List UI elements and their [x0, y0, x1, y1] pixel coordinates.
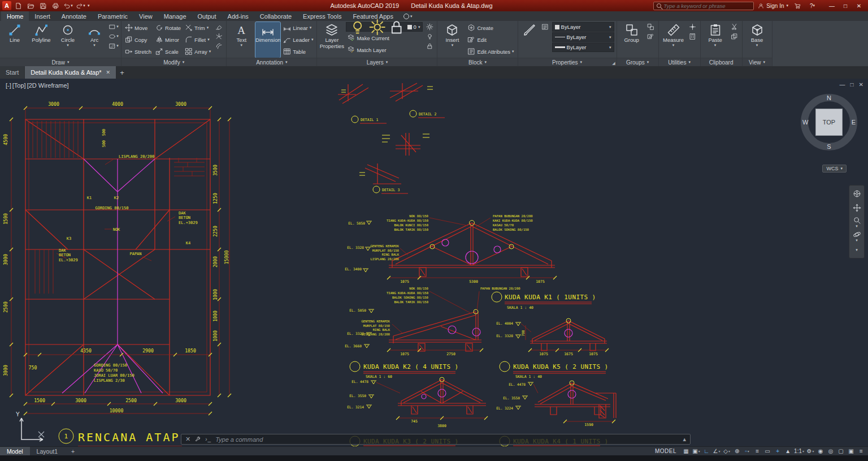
minimize-button[interactable]: —	[825, 1, 839, 11]
snap-mode-icon[interactable]: ▣▾	[691, 447, 701, 456]
close-button[interactable]: ✕	[852, 1, 866, 11]
model-space-button[interactable]: MODEL	[650, 447, 681, 456]
linetype-select[interactable]: ByLayer▾	[552, 32, 614, 42]
rotate-button[interactable]: Rotate	[154, 22, 182, 33]
tab-output[interactable]: Output	[192, 11, 222, 21]
text-button[interactable]: Text▾	[229, 22, 254, 58]
layer-properties-button[interactable]: LayerProperties	[319, 22, 344, 58]
panel-utilities-footer[interactable]: Utilities▾	[659, 58, 700, 66]
circle-button[interactable]: Circle▾	[55, 22, 80, 58]
explode-button[interactable]	[214, 32, 224, 41]
panel-layers-footer[interactable]: Layers▾	[317, 58, 437, 66]
line-button[interactable]: Line	[2, 22, 27, 58]
copy-button[interactable]: Copy	[124, 34, 153, 45]
group-edit-button[interactable]	[646, 32, 656, 41]
visual-style-control[interactable]: [2D Wireframe]	[27, 82, 69, 89]
navbar-more-button[interactable]: ▾	[850, 244, 863, 256]
zoom-button[interactable]: ▾	[850, 216, 863, 228]
command-customize-icon[interactable]	[194, 436, 201, 443]
erase-button[interactable]	[214, 22, 224, 31]
tab-collaborate[interactable]: Collaborate	[254, 11, 297, 21]
panel-block-footer[interactable]: Block▾	[437, 58, 517, 66]
move-button[interactable]: Move	[124, 22, 153, 33]
open-button[interactable]	[25, 1, 36, 11]
mirror-button[interactable]: Mirror	[154, 34, 182, 45]
drawing-area[interactable]: 3000 4000 3000 4500 1500 3000 2500 3000 …	[0, 79, 868, 446]
qat-customize-icon[interactable]: ▾	[88, 4, 90, 7]
search-input[interactable]	[663, 3, 750, 9]
new-layout-button[interactable]: +	[64, 447, 81, 455]
model-tab[interactable]: Model	[0, 447, 30, 455]
panel-groups-footer[interactable]: Groups▾	[617, 58, 658, 66]
object-snap-icon[interactable]: ▫▾	[742, 447, 752, 456]
plot-button[interactable]	[50, 1, 61, 11]
dimension-button[interactable]: Dimension	[255, 22, 280, 58]
command-history-icon[interactable]: ▴	[683, 436, 686, 443]
annotation-visibility-icon[interactable]: ▲	[783, 447, 793, 456]
viewcube[interactable]: N S W E TOP	[798, 91, 860, 153]
ortho-mode-icon[interactable]: ∟	[701, 447, 711, 456]
panel-properties-footer[interactable]: Properties▾◢	[518, 58, 617, 66]
tab-home[interactable]: Home	[1, 11, 29, 21]
fillet-button[interactable]: Fillet▾	[184, 34, 212, 45]
undo-button[interactable]: ▾	[63, 1, 73, 11]
layer-select[interactable]: 0 ▾	[346, 22, 423, 32]
command-line[interactable]: ✕ ›_ ▴	[181, 434, 691, 445]
object-snap-tracking-icon[interactable]: ⊕	[732, 447, 742, 456]
file-tab-document[interactable]: Detail Kuda Kuda & Atap*✕	[25, 66, 116, 79]
hatch-button[interactable]: ▾	[108, 41, 119, 50]
file-tab-start[interactable]: Start	[0, 66, 24, 79]
tab-insert[interactable]: Insert	[29, 11, 56, 21]
dynamic-input-icon[interactable]: +	[772, 447, 783, 456]
lineweight-select[interactable]: ByLayer▾	[552, 42, 614, 52]
copy-clip-button[interactable]	[730, 32, 740, 41]
tab-express-tools[interactable]: Express Tools	[297, 11, 347, 21]
orbit-button[interactable]: ▾	[850, 230, 863, 242]
selection-cycling-icon[interactable]: ▭	[762, 447, 772, 456]
linear-button[interactable]: Linear▾	[282, 22, 314, 33]
panel-modify-footer[interactable]: Modify▾	[121, 58, 226, 66]
command-input[interactable]	[215, 436, 679, 443]
grid-display-icon[interactable]: ▦	[681, 447, 691, 456]
measure-button[interactable]: Measure▾	[661, 22, 686, 58]
new-tab-button[interactable]: +	[116, 66, 128, 79]
graphics-performance-icon[interactable]: ▢	[836, 447, 846, 456]
lineweight-icon[interactable]: ≡	[752, 447, 762, 456]
table-button[interactable]: Table	[282, 46, 314, 57]
viewport-close-icon[interactable]: ✕	[859, 81, 863, 88]
edit-attributes-button[interactable]: Edit Attributes▾	[466, 46, 515, 57]
clean-screen-icon[interactable]: ▣	[846, 447, 856, 456]
edit-block-button[interactable]: Edit	[466, 34, 515, 45]
tab-parametric[interactable]: Parametric	[92, 11, 133, 21]
viewport-minimize-icon[interactable]: —	[840, 81, 845, 88]
array-button[interactable]: Array▾	[184, 46, 212, 57]
isolate-objects-icon[interactable]: ◎	[826, 447, 836, 456]
workspace-switching-icon[interactable]: ⚙▾	[805, 447, 815, 456]
new-drawing-button[interactable]	[13, 1, 24, 11]
make-current-button[interactable]: Make Current	[346, 32, 423, 44]
layout1-tab[interactable]: Layout1	[30, 447, 64, 455]
isometric-drafting-icon[interactable]: ◇▾	[722, 447, 732, 456]
sign-in-button[interactable]: Sign In ▾	[758, 3, 788, 9]
redo-button[interactable]: ▾	[75, 1, 86, 11]
close-tab-icon[interactable]: ✕	[106, 70, 111, 75]
cut-button[interactable]	[730, 22, 740, 31]
offset-button[interactable]	[214, 41, 224, 50]
panel-clipboard-footer[interactable]: Clipboard	[701, 58, 742, 66]
save-button[interactable]	[38, 1, 49, 11]
quick-calculator-button[interactable]	[688, 32, 698, 41]
paste-button[interactable]: Paste▾	[703, 22, 728, 58]
tab-annotate[interactable]: Annotate	[56, 11, 92, 21]
viewcube-south[interactable]: S	[827, 143, 831, 150]
stretch-button[interactable]: Stretch	[124, 46, 153, 57]
viewcube-north[interactable]: N	[827, 94, 831, 101]
maximize-button[interactable]: □	[839, 1, 852, 11]
trim-button[interactable]: Trim▾	[184, 22, 212, 33]
arc-button[interactable]: Arc▾	[82, 22, 107, 58]
create-block-button[interactable]: Create	[466, 22, 515, 33]
annotation-scale-button[interactable]: 1:1▾	[793, 447, 805, 456]
view-control[interactable]: [Top]	[12, 82, 26, 89]
help-search-box[interactable]	[653, 2, 754, 10]
wcs-selector[interactable]: WCS ▾	[822, 165, 847, 173]
tab-view[interactable]: View	[133, 11, 158, 21]
